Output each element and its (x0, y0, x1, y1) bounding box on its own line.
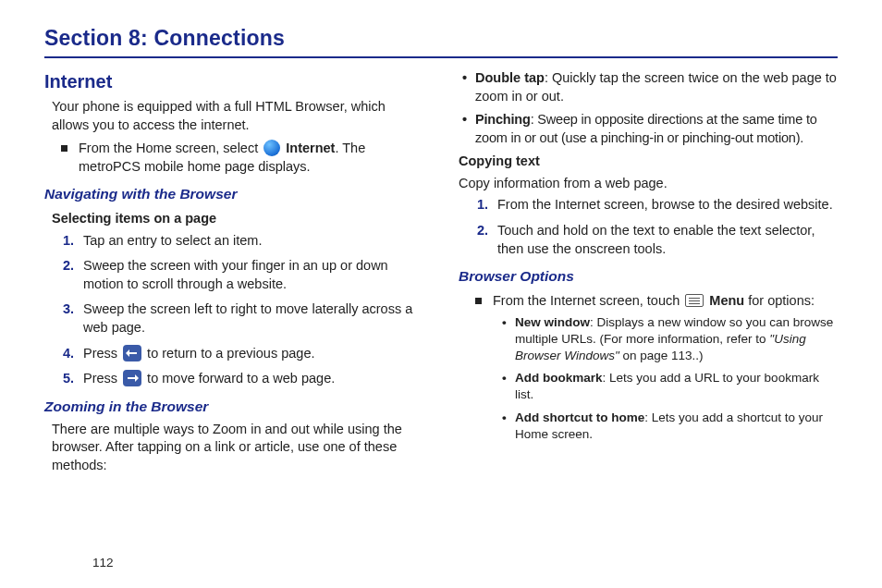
bullet-icon: • (502, 370, 515, 403)
browser-options-heading: Browser Options (459, 267, 838, 287)
step-number: 4. (63, 345, 83, 363)
item-text: Pinching: Sweep in opposite directions a… (475, 111, 838, 147)
menu-step-text: From the Internet screen, touch Menu for… (493, 292, 838, 311)
step-text: Touch and hold on the text to enable the… (497, 222, 838, 258)
step-text: Sweep the screen with your finger in an … (83, 257, 423, 293)
item-text: Add bookmark: Lets you add a URL to your… (515, 370, 838, 403)
copy-step-2: 2.Touch and hold on the text to enable t… (477, 222, 838, 258)
left-column: Internet Your phone is equipped with a f… (44, 69, 423, 480)
step-number: 2. (63, 257, 83, 293)
item-text: Double tap: Quickly tap the screen twice… (475, 69, 838, 105)
step5-post: to move forward to a web page. (143, 371, 335, 386)
selecting-steps-list: 1.Tap an entry to select an item. 2.Swee… (63, 232, 423, 388)
copying-text-intro: Copy information from a web page. (459, 175, 838, 193)
add-bookmark-item: •Add bookmark: Lets you add a URL to you… (502, 370, 838, 403)
step-1: 1.Tap an entry to select an item. (63, 232, 423, 251)
step-3: 3.Sweep the screen left to right to move… (63, 300, 423, 337)
square-bullet-icon (475, 298, 482, 304)
internet-intro: Your phone is equipped with a full HTML … (52, 98, 423, 134)
menu-label: Menu (709, 293, 744, 308)
double-tap-item: •Double tap: Quickly tap the screen twic… (462, 69, 838, 105)
globe-icon (263, 140, 280, 156)
selecting-heading: Selecting items on a page (52, 210, 423, 228)
zooming-intro: There are multiple ways to Zoom in and o… (52, 421, 423, 475)
new-window-label: New window (515, 315, 590, 329)
step-text: Press to return to a previous page. (83, 345, 315, 363)
forward-icon (123, 370, 141, 386)
item-text: New window: Displays a new window so you… (515, 314, 838, 365)
new-window-tail: on page 113..) (619, 349, 704, 362)
step-text: From the Internet screen, browse to the … (497, 196, 833, 214)
step-text: Tap an entry to select an item. (83, 232, 262, 251)
step-number: 2. (477, 222, 497, 258)
add-bookmark-label: Add bookmark (515, 371, 603, 385)
step-number: 5. (63, 370, 83, 388)
back-icon (123, 345, 141, 361)
menu-options-list: •New window: Displays a new window so yo… (502, 314, 838, 444)
bullet-icon: • (502, 410, 515, 443)
zoom-methods-list: •Double tap: Quickly tap the screen twic… (462, 69, 838, 147)
step-4: 4.Press to return to a previous page. (63, 345, 423, 363)
page-number: 112 (92, 556, 114, 570)
content-columns: Internet Your phone is equipped with a f… (44, 69, 838, 480)
right-column: •Double tap: Quickly tap the screen twic… (459, 69, 838, 480)
menu-pre: From the Internet screen, touch (493, 293, 683, 308)
internet-app-name: Internet (286, 141, 335, 155)
step-text: Sweep the screen left to right to move l… (83, 300, 423, 337)
navigating-heading: Navigating with the Browser (44, 185, 423, 204)
step4-post: to return to a previous page. (143, 346, 314, 361)
copy-step-1: 1.From the Internet screen, browse to th… (477, 196, 838, 214)
menu-post: for options: (744, 293, 815, 308)
double-tap-label: Double tap (475, 70, 545, 85)
section-title: Section 8: Connections (44, 26, 838, 51)
add-shortcut-item: •Add shortcut to home: Lets you add a sh… (502, 410, 838, 443)
step-number: 1. (63, 232, 83, 251)
menu-step-body: From the Internet screen, touch Menu for… (493, 292, 838, 448)
bullet-icon: • (462, 69, 475, 105)
square-bullet-icon (61, 145, 67, 152)
copying-text-heading: Copying text (459, 153, 838, 171)
new-window-item: •New window: Displays a new window so yo… (502, 314, 838, 365)
bullet-icon: • (502, 314, 515, 365)
internet-heading: Internet (44, 69, 423, 94)
add-shortcut-label: Add shortcut to home (515, 410, 644, 424)
home-screen-step: From the Home screen, select Internet. T… (61, 140, 423, 176)
item-text: Add shortcut to home: Lets you add a sho… (515, 410, 838, 443)
step-2: 2.Sweep the screen with your finger in a… (63, 257, 423, 293)
section-divider (44, 56, 838, 58)
pinching-label: Pinching (475, 112, 531, 127)
step-number: 1. (477, 196, 497, 214)
home-step-text: From the Home screen, select Internet. T… (79, 140, 423, 176)
copying-steps-list: 1.From the Internet screen, browse to th… (477, 196, 838, 258)
bullet-icon: • (462, 111, 475, 147)
pinching-item: •Pinching: Sweep in opposite directions … (462, 111, 838, 147)
step5-pre: Press (83, 371, 121, 386)
step-number: 3. (63, 300, 83, 337)
step-text: Press to move forward to a web page. (83, 370, 335, 388)
menu-step: From the Internet screen, touch Menu for… (475, 292, 838, 448)
menu-icon (685, 294, 704, 307)
step-5: 5.Press to move forward to a web page. (63, 370, 423, 388)
step4-pre: Press (83, 346, 121, 361)
zooming-heading: Zooming in the Browser (44, 398, 423, 417)
home-step-pre: From the Home screen, select (79, 141, 262, 155)
